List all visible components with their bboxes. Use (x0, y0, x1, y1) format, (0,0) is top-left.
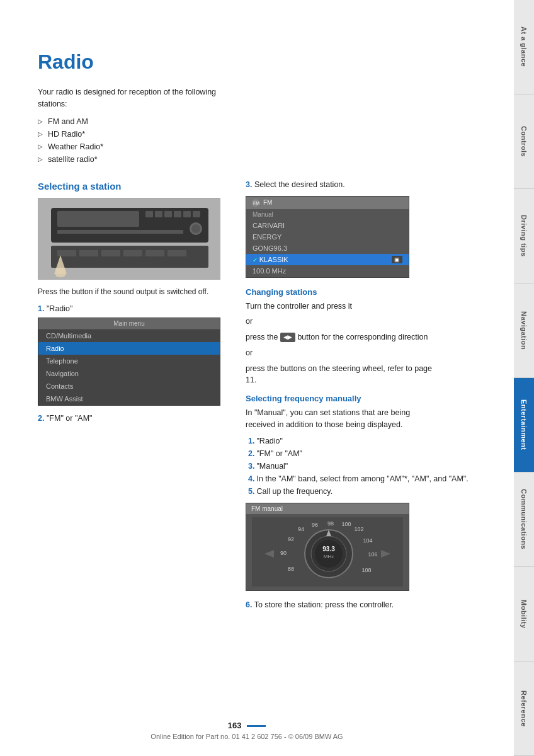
footer-line (247, 725, 266, 727)
sidebar-tab-driving-tips[interactable]: Driving tips (514, 189, 534, 284)
svg-rect-18 (168, 250, 186, 256)
step-6: 6. To store the station: press the contr… (246, 598, 495, 611)
bullet-item: FM and AM (38, 115, 495, 128)
freq-step-1: 1."Radio" (246, 435, 495, 447)
svg-rect-20 (55, 268, 65, 277)
left-column: Selecting a station (38, 178, 233, 614)
fm-screenshot: FM FM Manual CARIVARI ENERGY GONG96.3 ✓ … (246, 196, 409, 278)
sidebar-tab-entertainment[interactable]: Entertainment (514, 378, 534, 472)
fm-header: FM FM (246, 197, 409, 209)
svg-rect-8 (193, 211, 200, 217)
device-img-inner (38, 198, 220, 279)
menu-item-bmwassist: BMW Assist (38, 392, 220, 405)
step-3: 3. Select the desired station. (246, 178, 495, 191)
svg-text:FM: FM (253, 201, 259, 205)
svg-text:88: 88 (288, 566, 294, 572)
svg-rect-11 (57, 230, 183, 234)
press-instruction: Press the button if the sound output is … (38, 286, 220, 297)
selecting-frequency-desc: In "Manual", you can set stations that a… (246, 407, 441, 431)
svg-rect-7 (183, 211, 191, 217)
two-col-layout: Selecting a station (38, 178, 495, 614)
sidebar-tab-at-a-glance[interactable]: At a glance (514, 0, 534, 94)
changing-stations-or1: or (246, 316, 441, 328)
frequency-dial: 96 98 100 94 102 92 104 90 106 88 108 (252, 517, 403, 587)
sidebar-tab-mobility[interactable]: Mobility (514, 567, 534, 662)
changing-stations-text4: press the buttons on the steering wheel,… (246, 363, 441, 387)
step-2: 2. "FM" or "AM" (38, 412, 233, 425)
svg-rect-13 (57, 250, 76, 256)
freq-step-4: 4.In the "AM" band, select from among "A… (246, 472, 495, 485)
radio-unit-svg (38, 198, 220, 280)
changing-stations-text2: press the ◀▶ button for the correspondin… (246, 331, 441, 343)
frequency-steps: 1."Radio" 2."FM" or "AM" 3."Manual" 4.In… (246, 435, 495, 498)
fm-energy: ENERGY (246, 231, 409, 243)
menu-item-radio: Radio (38, 342, 220, 355)
selecting-station-heading: Selecting a station (38, 181, 233, 192)
menu-item-contacts: Contacts (38, 380, 220, 392)
svg-text:93.3: 93.3 (322, 546, 335, 553)
menu-item-navigation: Navigation (38, 367, 220, 380)
svg-rect-17 (145, 250, 164, 256)
fm-carivari: CARIVARI (246, 220, 409, 231)
svg-text:98: 98 (327, 520, 334, 527)
intro-text: Your radio is designed for reception of … (38, 86, 239, 110)
svg-rect-12 (51, 246, 208, 268)
bullet-item: HD Radio* (38, 128, 495, 140)
fm-manual-screenshot: FM manual 96 98 100 94 102 92 104 (246, 503, 409, 591)
device-image (38, 198, 220, 280)
freq-step-3: 3."Manual" (246, 460, 495, 472)
fm-klassik: ✓ KLASSIK ▣ (246, 254, 409, 265)
svg-rect-2 (57, 211, 139, 227)
direction-button: ◀▶ (280, 333, 295, 343)
svg-rect-16 (123, 250, 142, 256)
freq-step-5: 5.Call up the frequency. (246, 485, 495, 498)
right-column: 3. Select the desired station. FM FM Man… (246, 178, 495, 614)
changing-stations-text1: Turn the controller and press it (246, 301, 441, 312)
fm-manual-body: 96 98 100 94 102 92 104 90 106 88 108 (246, 514, 409, 590)
svg-text:96: 96 (312, 522, 318, 528)
svg-rect-4 (155, 211, 162, 217)
page-number: 163 (0, 721, 494, 730)
main-content: Radio Your radio is designed for recepti… (0, 0, 514, 756)
changing-stations-heading: Changing stations (246, 287, 495, 297)
fm-100mhz: 100.0 MHz (246, 265, 409, 277)
svg-point-10 (191, 224, 200, 233)
svg-rect-6 (174, 211, 181, 217)
bullet-item: Weather Radio* (38, 140, 495, 153)
svg-text:102: 102 (354, 526, 363, 532)
changing-stations-or2: or (246, 347, 441, 359)
svg-text:MHz: MHz (324, 554, 334, 559)
menu-item-vehicleinfo: Vehicle Info (38, 405, 220, 406)
menu-screenshot: Main menu CD/Multimedia Radio Telephone … (38, 318, 220, 406)
footer: 163 Online Edition for Part no. 01 41 2 … (0, 721, 494, 740)
svg-rect-3 (145, 211, 153, 217)
bullet-list: FM and AM HD Radio* Weather Radio* satel… (38, 115, 495, 166)
freq-step-2: 2."FM" or "AM" (246, 447, 495, 460)
svg-text:90: 90 (280, 550, 287, 556)
svg-text:106: 106 (368, 551, 377, 558)
svg-text:108: 108 (361, 567, 371, 573)
svg-text:100: 100 (341, 521, 351, 527)
sidebar-tab-reference[interactable]: Reference (514, 662, 534, 756)
menu-item-telephone: Telephone (38, 355, 220, 367)
fm-icon: FM (251, 198, 260, 207)
svg-text:92: 92 (288, 536, 294, 542)
sidebar-tab-communications[interactable]: Communications (514, 472, 534, 567)
sidebar: At a glance Controls Driving tips Naviga… (514, 0, 534, 756)
svg-rect-14 (79, 250, 98, 256)
fm-101mhz: 101.3 MHz (246, 277, 409, 278)
menu-header: Main menu (38, 318, 220, 329)
selecting-frequency-heading: Selecting frequency manually (246, 394, 495, 403)
fm-gong: GONG96.3 (246, 243, 409, 254)
svg-text:104: 104 (363, 537, 372, 544)
menu-item-cdmultimedia: CD/Multimedia (38, 329, 220, 342)
page-title: Radio (38, 50, 495, 74)
fm-manual-header: FM manual (246, 503, 409, 514)
svg-text:94: 94 (298, 526, 304, 532)
fm-manual-item: Manual (246, 209, 409, 220)
step-1: 1. "Radio" (38, 302, 233, 315)
svg-rect-15 (101, 250, 120, 256)
sidebar-tab-controls[interactable]: Controls (514, 94, 534, 189)
svg-rect-5 (164, 211, 172, 217)
sidebar-tab-navigation[interactable]: Navigation (514, 284, 534, 378)
